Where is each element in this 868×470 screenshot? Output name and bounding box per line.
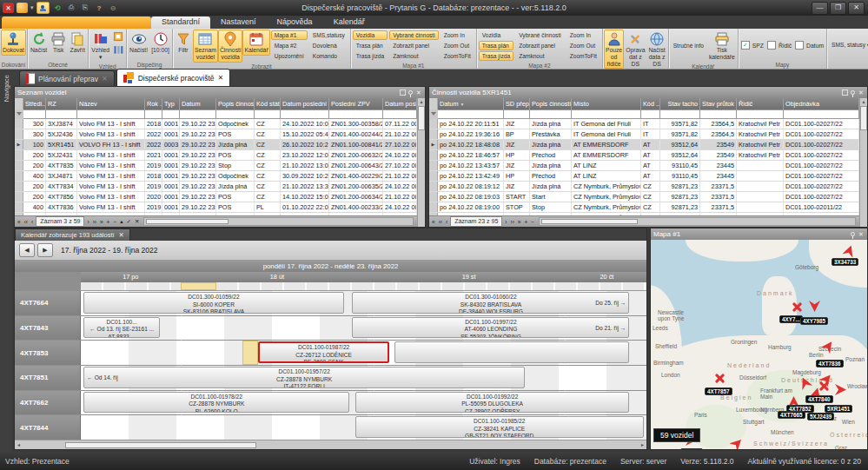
- column-header[interactable]: Kód ...: [641, 98, 660, 109]
- chevron-down-icon[interactable]: ▾: [30, 4, 34, 11]
- tisk-kalendare-button[interactable]: Tisk kalendáře: [707, 30, 737, 63]
- app-ball-icon[interactable]: [17, 3, 28, 13]
- prev-record-button[interactable]: ‹: [30, 219, 34, 225]
- printer-settings-icon[interactable]: ⎘: [80, 3, 91, 13]
- calendar-event-selected[interactable]: DC01.100-01987/22 CZ-26712 LODĚNICE BE-3…: [258, 341, 390, 363]
- mapa1-zoom-fit-button[interactable]: ZoomToFit: [441, 51, 474, 61]
- maximize-panel-icon[interactable]: [400, 89, 406, 96]
- table-row[interactable]: 3005XJ2436 Volvo FM 13 - I shift2022 000…: [15, 129, 417, 140]
- row-selector[interactable]: [15, 129, 23, 139]
- mapa1-zoom-out-button[interactable]: Zoom Out: [441, 41, 474, 50]
- columns-icon[interactable]: [112, 43, 124, 56]
- confirm-button[interactable]: ✓: [125, 218, 131, 225]
- calendar-event[interactable]: DC01.300-01060/22 SK-84302 BRATISLAVA DE…: [352, 292, 629, 314]
- table-row[interactable]: po 24.10.22 18:46:57HP PřechodAT EMMERSD…: [429, 150, 859, 161]
- column-header[interactable]: RZ: [46, 98, 77, 109]
- filtr-button[interactable]: Filtr: [174, 30, 193, 56]
- column-header[interactable]: Popis činnosti: [530, 98, 572, 109]
- close-tab-icon[interactable]: ✕: [119, 229, 124, 241]
- column-header[interactable]: Datum poslední v...: [383, 98, 417, 109]
- sms-statusy-dropdown[interactable]: SMS, statusy ▾: [828, 40, 868, 50]
- cancel-button[interactable]: ✕: [134, 218, 140, 225]
- close-button[interactable]: ✕: [848, 2, 865, 15]
- calendar-tab[interactable]: Kalendář zobrazuje 193 událostí ✕: [15, 228, 130, 241]
- close-panel-icon[interactable]: ✕: [415, 89, 422, 96]
- pin-icon[interactable]: [851, 232, 855, 236]
- sms-statusy-toggle[interactable]: SMS,statusy: [309, 30, 348, 40]
- ribbon-tab[interactable]: Kalendář: [323, 17, 375, 29]
- dokovat-button[interactable]: Dokovat: [1, 30, 26, 56]
- row-selector[interactable]: [429, 161, 438, 170]
- table-row[interactable]: 1005XR1451 VOLVO FH 13 - I shift2022 000…: [15, 140, 417, 150]
- mapa2-vozidla-toggle[interactable]: Vozidla: [479, 30, 514, 40]
- mapa1-toggle[interactable]: Mapa #1: [271, 30, 308, 40]
- calendar-horizontal-scrollbar[interactable]: ◄ ►: [15, 440, 646, 449]
- calendar-event[interactable]: DC01.100-01997/22 AT-4060 LEONDING SE-55…: [352, 317, 629, 339]
- calendar-row-vehicle[interactable]: 4XT7851: [15, 366, 81, 390]
- help-icon[interactable]: ?: [94, 3, 105, 13]
- delete-record-button[interactable]: −: [530, 219, 535, 225]
- calendar-row-vehicle[interactable]: 4XT7664: [15, 291, 81, 315]
- column-header[interactable]: Místo: [572, 98, 641, 109]
- column-header[interactable]: SD přepr...: [504, 98, 530, 109]
- horizontal-scrollbar[interactable]: [143, 217, 414, 226]
- mapa2-zoom-in-button[interactable]: Zoom In: [567, 30, 600, 40]
- vehicle-marker-icon[interactable]: [819, 381, 829, 391]
- calendar-event[interactable]: DC01.100-01992/22 PL-55095 DLUGOLEKA CZ-…: [355, 392, 630, 414]
- calendar-row-vehicle[interactable]: 4XT7843: [15, 316, 81, 341]
- calendar-event[interactable]: DC01.300-01059/22 SI-6000 KOPER SK-83106…: [83, 292, 343, 314]
- row-selector[interactable]: [429, 202, 438, 212]
- close-tab-icon[interactable]: ✕: [218, 74, 224, 82]
- navigation-strip[interactable]: Navigace: [0, 70, 12, 452]
- upozorneni-toggle[interactable]: Upozornění: [271, 51, 308, 61]
- mapa1-zamknout-toggle[interactable]: Zamknout: [389, 51, 439, 61]
- ribbon-tab[interactable]: Nastavení: [210, 17, 267, 29]
- close-app-icon[interactable]: ✕: [3, 3, 14, 13]
- vehicle-marker-icon[interactable]: [792, 302, 802, 312]
- day-label[interactable]: 18 út: [270, 272, 284, 282]
- next-page-button[interactable]: ››: [92, 219, 97, 225]
- add-record-button[interactable]: +: [523, 219, 528, 225]
- mapa2-toggle[interactable]: Mapa #2: [271, 41, 308, 50]
- column-header[interactable]: Popis činnosti: [216, 98, 255, 109]
- mapa2-zoom-out-button[interactable]: Zoom Out: [567, 41, 600, 50]
- row-selector[interactable]: [15, 119, 23, 129]
- mapa2-zoom-fit-button[interactable]: ZoomToFit: [567, 51, 600, 61]
- close-panel-icon[interactable]: ✕: [858, 231, 865, 238]
- nacist-data-ds-button[interactable]: Načíst data z DS: [646, 30, 666, 69]
- row-selector[interactable]: [429, 140, 438, 149]
- calendar-row-vehicle[interactable]: 4XT7662: [15, 391, 81, 415]
- row-selector[interactable]: [429, 192, 438, 202]
- table-row[interactable]: po 24.10.22 13:43:57JIZ Jízda plnáAT LIN…: [429, 161, 859, 171]
- vehicle-plate-label[interactable]: 5XR1451: [825, 405, 852, 413]
- application-menu-button[interactable]: [2, 17, 151, 29]
- column-header[interactable]: Datum: [180, 98, 216, 109]
- table-row[interactable]: 2004XT7834 Volvo FM 13 - I shift2019 000…: [15, 182, 417, 192]
- dovolena-toggle[interactable]: Dovolená: [309, 41, 348, 50]
- nacist-dispecing-button[interactable]: Načíst!: [128, 30, 149, 56]
- prev-page-button[interactable]: ‹‹: [23, 219, 29, 225]
- calendar-event[interactable]: DC01.100-01978/22 CZ-28878 NYMBURK PL-62…: [83, 392, 349, 414]
- day-label[interactable]: 17 po: [123, 272, 138, 282]
- spz-checkbox[interactable]: ✓SPZ: [739, 40, 765, 50]
- prev-page-button[interactable]: ‹‹: [438, 219, 443, 225]
- column-header[interactable]: Středi...: [23, 98, 46, 109]
- vehicle-plate-label[interactable]: 4XT7...: [680, 448, 703, 449]
- scroll-up-icon[interactable]: ▲: [420, 98, 424, 105]
- datum-checkbox[interactable]: Datum: [793, 40, 825, 50]
- edit-record-button[interactable]: ▴: [119, 218, 123, 225]
- ribbon-tab[interactable]: Nápověda: [267, 17, 323, 29]
- calendar-row-vehicle[interactable]: 4XT7853: [15, 341, 81, 365]
- vehicle-marker-icon[interactable]: [809, 301, 820, 312]
- vehicle-plate-label[interactable]: 4XT7840: [805, 395, 833, 403]
- mapa2-trasa-plan-toggle[interactable]: Trasa plán: [479, 41, 514, 50]
- mapa1-zoom-in-button[interactable]: Zoom In: [441, 30, 474, 40]
- driver-icon[interactable]: [36, 2, 50, 14]
- first-record-button[interactable]: «: [431, 219, 436, 225]
- table-row[interactable]: po 24.10.22 19:36:16BP PřestávkaIT Gemon…: [429, 129, 859, 140]
- close-tab-icon[interactable]: ✕: [102, 75, 108, 83]
- last-record-button[interactable]: »: [99, 219, 104, 225]
- remove-icon[interactable]: ⊖: [108, 3, 119, 13]
- column-header[interactable]: Stav průtok: [700, 98, 737, 109]
- cinnosti-vozidla-button[interactable]: Činnosti vozidla: [218, 30, 243, 63]
